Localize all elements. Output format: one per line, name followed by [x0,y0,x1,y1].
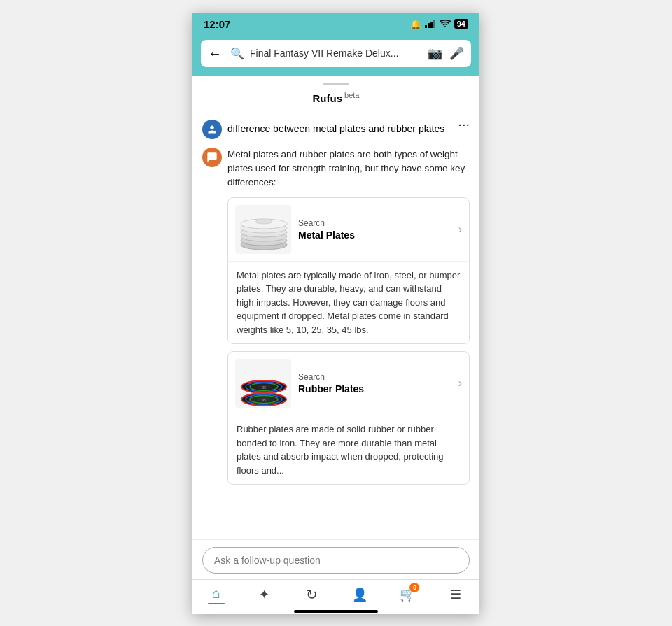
rufus-header: Rufusbeta [192,76,479,111]
svg-rect-0 [425,25,427,28]
svg-text:35: 35 [262,385,266,390]
back-button[interactable]: ← [208,45,222,62]
metal-plates-description: Metal plates are typically made of iron,… [228,262,469,344]
svg-rect-3 [433,20,435,28]
mic-icon[interactable]: 🎤 [449,46,464,61]
metal-plates-info: Search Metal Plates [291,218,458,241]
rubber-plates-chevron: › [458,377,462,390]
battery-badge: 94 [454,19,468,29]
ai-message: Metal plates and rubber plates are both … [202,148,470,485]
metal-plates-name: Metal Plates [298,229,451,241]
svg-point-10 [255,220,272,224]
rubber-plates-image: 45 35 [235,359,291,408]
messages-container: difference between metal plates and rubb… [192,111,479,493]
ai-nav-icon: ✦ [259,587,270,602]
ai-icon [206,152,218,163]
rufus-menu-button[interactable]: ··· [458,116,470,132]
bell-icon: 🔔 [410,19,421,29]
signal-icon [425,20,436,28]
nav-home[interactable]: ⌂ [192,585,240,604]
phone-container: 12:07 🔔 94 ← 🔍 Final Fantasy [192,13,479,614]
search-right-icons: 📷 🎤 [428,46,464,61]
profile-icon: 👤 [352,587,368,602]
status-bar: 12:07 🔔 94 [192,13,479,34]
nav-profile[interactable]: 👤 [336,585,384,604]
svg-rect-2 [430,22,433,28]
input-area [192,539,479,579]
metal-plates-card[interactable]: Search Metal Plates › Metal plates are t… [227,197,470,345]
rubber-plates-card-header[interactable]: 45 35 [228,352,469,415]
metal-plates-search-label: Search [298,218,451,228]
metal-plates-svg [237,206,290,252]
home-active-indicator [208,603,225,604]
svg-rect-1 [428,23,430,28]
activity-icon: ↻ [306,586,318,603]
status-time: 12:07 [204,18,230,30]
camera-icon[interactable]: 📷 [428,46,442,61]
nav-activity[interactable]: ↻ [288,585,336,604]
user-message: difference between metal plates and rubb… [202,120,470,139]
user-icon [207,125,217,134]
rubber-plates-name: Rubber Plates [298,383,451,394]
rubber-plates-info: Search Rubber Plates [291,372,458,394]
cart-count: 0 [410,583,419,592]
user-message-text: difference between metal plates and rubb… [227,120,444,136]
bottom-nav: ⌂ ✦ ↻ 👤 🛒 0 ☰ [192,579,479,607]
drag-handle [323,83,349,85]
ai-avatar [202,148,222,167]
rubber-plates-card[interactable]: 45 35 [227,351,470,485]
nav-ai[interactable]: ✦ [240,585,288,604]
search-header: ← 🔍 Final Fantasy VII Remake Delux... 📷 … [192,34,479,76]
user-avatar [202,120,222,139]
rubber-plates-svg: 45 35 [237,359,290,408]
search-query: Final Fantasy VII Remake Delux... [250,48,422,59]
follow-up-input[interactable] [202,547,470,574]
ai-message-content: Metal plates and rubber plates are both … [227,148,470,485]
metal-plates-chevron: › [458,223,462,236]
cart-badge-container: 🛒 0 [400,587,415,602]
status-icons: 🔔 94 [410,19,468,29]
search-bar[interactable]: ← 🔍 Final Fantasy VII Remake Delux... 📷 … [201,40,471,67]
home-indicator [294,610,378,613]
rubber-plates-description: Rubber plates are made of solid rubber o… [228,415,469,484]
nav-menu[interactable]: ☰ [432,585,479,604]
wifi-icon [440,20,451,28]
ai-intro-text: Metal plates and rubber plates are both … [227,148,470,190]
rubber-plates-search-label: Search [298,372,451,382]
rufus-title: Rufus [313,92,343,104]
rufus-beta: beta [344,91,359,99]
svg-text:45: 45 [262,398,266,402]
metal-plates-image [235,205,291,254]
home-icon: ⌂ [212,585,220,602]
chat-area: Rufusbeta ··· difference between metal p… [192,76,479,539]
metal-plates-card-header[interactable]: Search Metal Plates › [228,198,469,262]
search-icon: 🔍 [230,47,244,60]
menu-icon: ☰ [450,587,461,602]
nav-cart[interactable]: 🛒 0 [384,585,431,604]
